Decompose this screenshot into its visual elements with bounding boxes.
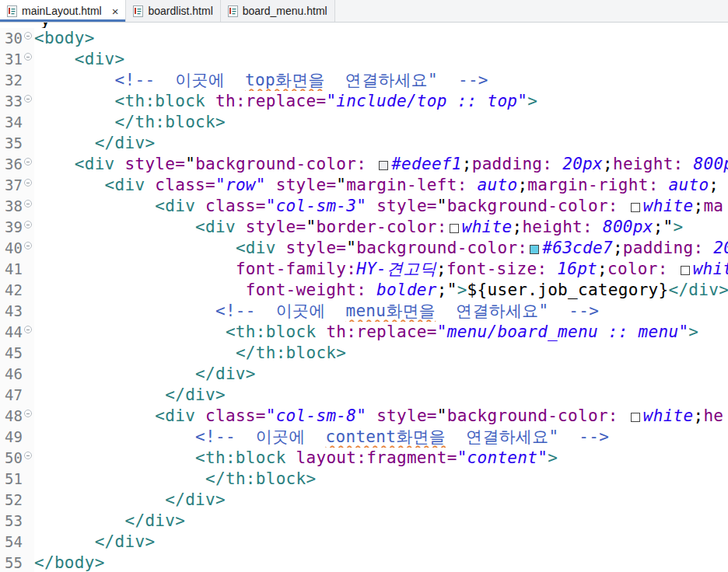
code-editor[interactable]: y 30<body>31 <div>32 <!-- 이곳에 top화면을 연결하…: [0, 23, 728, 572]
fold-collapse-icon[interactable]: [24, 158, 32, 166]
code-line-51[interactable]: 51 </th:block>: [0, 469, 728, 490]
code-line-43[interactable]: 43 <!-- 이곳에 menu화면을 연결하세요" -->: [0, 301, 728, 322]
code-text: </div>: [34, 511, 728, 532]
code-text: </th:block>: [34, 112, 728, 133]
token-tag: </div>: [165, 490, 226, 509]
fold-collapse-icon[interactable]: [24, 53, 32, 61]
fold-gutter: [23, 343, 34, 364]
fold-collapse-icon[interactable]: [24, 200, 32, 208]
line-number: 55: [0, 553, 23, 572]
code-line-33[interactable]: 33 <th:block th:replace="include/top :: …: [0, 91, 728, 112]
fold-gutter: [23, 238, 34, 259]
code-line-47[interactable]: 47 </div>: [0, 385, 728, 406]
token-attr: font-family:: [236, 260, 356, 278]
token-plain: [618, 406, 628, 425]
line-number: 35: [0, 133, 23, 154]
code-text: font-weight: bolder;">${user.job_categor…: [34, 280, 728, 301]
code-line-41[interactable]: 41 font-family:HY-견고딕;font-size: 16pt;co…: [0, 259, 728, 280]
token-plain: ;: [512, 218, 522, 236]
fold-collapse-icon[interactable]: [24, 95, 32, 103]
tab-close-icon[interactable]: ×: [112, 5, 119, 17]
code-text: </th:block>: [34, 343, 728, 364]
code-line-46[interactable]: 46 </div>: [0, 364, 728, 385]
fold-gutter: [23, 448, 34, 469]
token-attr: style=: [276, 176, 337, 194]
partial-previous-line: y: [0, 23, 728, 28]
token-plain: ": [306, 218, 317, 236]
css-color-preview-swatch: [530, 245, 539, 254]
html-file-icon: [7, 5, 17, 17]
code-line-31[interactable]: 31 <div>: [0, 49, 728, 70]
token-plain: ;: [462, 155, 472, 173]
fold-collapse-icon[interactable]: [24, 452, 32, 459]
code-line-45[interactable]: 45 </th:block>: [0, 343, 728, 364]
fold-collapse-icon[interactable]: [24, 32, 32, 40]
token-plain: ;: [597, 260, 607, 278]
token-plain: [366, 197, 376, 215]
fold-collapse-icon[interactable]: [24, 410, 32, 417]
code-line-44[interactable]: 44 <th:block th:replace="menu/board_menu…: [0, 322, 728, 343]
token-plain: [276, 239, 286, 257]
code-text: <!-- 이곳에 top화면을 연결하세요" -->: [34, 70, 728, 91]
fold-collapse-icon[interactable]: [24, 242, 32, 249]
token-str: 800px: [694, 155, 728, 173]
token-attr: margin-left:: [346, 176, 467, 194]
code-line-35[interactable]: 35 </div>: [0, 133, 728, 154]
code-line-39[interactable]: 39 <div style="border-color:white;height…: [0, 217, 728, 238]
code-line-55[interactable]: 55</body>: [0, 553, 728, 572]
token-str: white: [643, 197, 694, 215]
token-comment: <!-- 이곳에: [215, 302, 345, 320]
token-attr: style=: [376, 406, 437, 425]
css-color-preview-swatch: [631, 203, 640, 212]
token-tag: >: [548, 448, 558, 467]
tab-label: board_menu.html: [243, 5, 327, 17]
token-tag: </th:block>: [236, 344, 346, 362]
token-comment: <!-- 이곳에: [115, 71, 245, 89]
line-number: 54: [0, 532, 23, 553]
tab-mainlayout-html[interactable]: mainLayout.html×: [0, 0, 126, 22]
token-plain: ": [437, 406, 447, 425]
code-text: <div class="row" style="margin-left: aut…: [34, 175, 728, 196]
token-attr: class=: [205, 406, 266, 425]
tab-boardlist-html[interactable]: boardlist.html: [126, 0, 220, 22]
code-line-53[interactable]: 53 </div>: [0, 511, 728, 532]
fold-gutter: [23, 322, 34, 343]
fold-gutter: [23, 259, 34, 280]
fold-collapse-icon[interactable]: [24, 179, 32, 187]
code-line-36[interactable]: 36 <div style="background-color: #edeef1…: [0, 154, 728, 175]
fold-collapse-icon[interactable]: [24, 221, 32, 228]
line-number: 44: [0, 322, 23, 343]
code-line-37[interactable]: 37 <div class="row" style="margin-left: …: [0, 175, 728, 196]
fold-collapse-icon[interactable]: [24, 326, 32, 333]
code-line-34[interactable]: 34 </th:block>: [0, 112, 728, 133]
token-plain: [236, 218, 246, 236]
token-comment: <!-- 이곳에: [195, 427, 325, 446]
token-attr: padding:: [472, 155, 553, 173]
fold-gutter: [23, 406, 34, 427]
token-tag: <th:block: [226, 323, 317, 341]
html-file-icon: [228, 5, 238, 17]
token-str: #edeef1: [391, 155, 462, 173]
token-str: HY-견고딕: [356, 260, 436, 278]
line-number: 36: [0, 154, 23, 175]
code-line-38[interactable]: 38 <div class="col-sm-3" style="backgrou…: [0, 196, 728, 217]
tab-label: mainLayout.html: [22, 5, 102, 17]
code-line-48[interactable]: 48 <div class="col-sm-8" style="backgrou…: [0, 406, 728, 427]
code-line-32[interactable]: 32 <!-- 이곳에 top화면을 연결하세요" -->: [0, 70, 728, 91]
token-plain: [205, 92, 215, 110]
token-str: white: [693, 260, 728, 278]
code-line-30[interactable]: 30<body>: [0, 28, 728, 49]
code-line-42[interactable]: 42 font-weight: bolder;">${user.job_cate…: [0, 280, 728, 301]
token-tag: </div>: [95, 134, 156, 152]
code-line-40[interactable]: 40 <div style="background-color:#63cde7;…: [0, 238, 728, 259]
token-plain: ;: [436, 260, 446, 278]
token-plain: [684, 155, 694, 173]
code-line-52[interactable]: 52 </div>: [0, 490, 728, 511]
token-plain: [593, 218, 603, 236]
code-line-50[interactable]: 50 <th:block layout:fragment="content">: [0, 448, 728, 469]
code-line-54[interactable]: 54 </div>: [0, 532, 728, 553]
code-text: </div>: [34, 532, 728, 553]
tab-board_menu-html[interactable]: board_menu.html: [221, 0, 335, 22]
code-line-49[interactable]: 49 <!-- 이곳에 content화면을 연결하세요" -->: [0, 427, 728, 448]
line-number: 33: [0, 91, 23, 112]
